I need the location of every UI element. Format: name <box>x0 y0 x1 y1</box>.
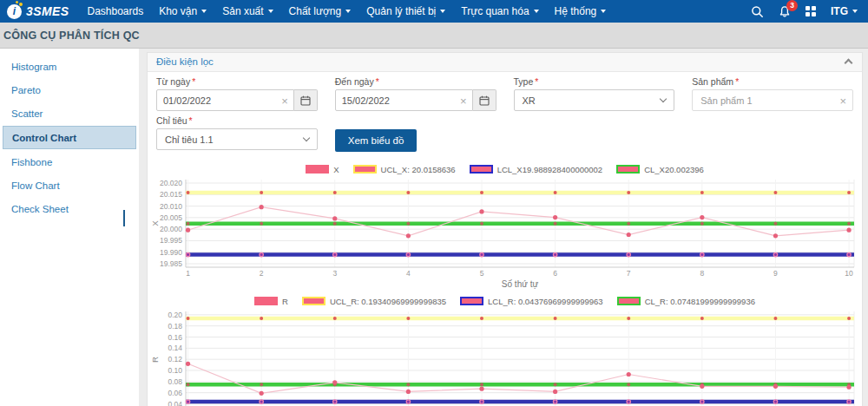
chevron-down-icon <box>601 10 606 13</box>
legend-label: CL_R: 0.07481999999999936 <box>645 297 755 306</box>
type-select-value: XR <box>523 95 536 106</box>
from-date-input[interactable] <box>156 89 294 111</box>
legend-swatch-icon <box>302 297 326 305</box>
from-date-field: Từ ngày* × <box>156 76 318 111</box>
svg-text:3: 3 <box>332 269 337 278</box>
r-chart-plot: 0.040.060.080.100.120.140.160.180.201234… <box>151 307 859 406</box>
legend-item[interactable]: X <box>306 165 339 174</box>
navbar-right: 3 ITG <box>751 5 858 18</box>
page-title: CÔNG CỤ PHÂN TÍCH QC <box>3 29 140 42</box>
legend-label: UCL_X: 20.0158636 <box>381 165 456 174</box>
svg-text:2: 2 <box>260 269 264 278</box>
nav-item-label: Chất lượng <box>289 5 342 17</box>
x-bar-chart-plot: 19.98519.99019.99520.00020.00520.01020.0… <box>151 175 859 290</box>
legend-item[interactable]: UCL_R: 0.19340969999999835 <box>302 297 446 306</box>
svg-text:0.08: 0.08 <box>168 377 182 386</box>
legend-swatch-icon <box>617 297 641 305</box>
sidebar-item-scatter[interactable]: Scatter <box>0 102 139 125</box>
chevron-down-icon <box>534 10 539 13</box>
required-mark: * <box>192 76 195 87</box>
clear-icon[interactable]: × <box>839 95 846 106</box>
to-date-input[interactable] <box>335 89 473 111</box>
svg-text:0.12: 0.12 <box>168 355 182 363</box>
legend-swatch-icon <box>353 165 377 174</box>
svg-text:0.18: 0.18 <box>168 322 182 331</box>
sidebar-item-check-sheet[interactable]: Check Sheet <box>0 197 139 220</box>
svg-text:0.16: 0.16 <box>168 333 182 342</box>
clear-icon[interactable]: × <box>460 95 467 106</box>
nav-item-label: Kho vận <box>159 5 197 17</box>
nav-item-dashboards[interactable]: Dashboards <box>79 0 151 23</box>
filter-panel-title: Điều kiện lọc <box>156 56 214 67</box>
legend-item[interactable]: UCL_X: 20.0158636 <box>353 165 456 174</box>
sidebar-item-pareto[interactable]: Pareto <box>0 78 139 102</box>
svg-text:0.20: 0.20 <box>168 311 182 319</box>
criteria-select[interactable]: Chỉ tiêu 1.1 <box>156 128 318 150</box>
product-field: Sản phẩm* Sản phẩm 1 × <box>692 76 853 111</box>
nav-item-san-xuat[interactable]: Sản xuất <box>214 0 280 23</box>
legend-swatch-icon <box>460 297 483 305</box>
view-chart-button[interactable]: Xem biểu đồ <box>335 129 418 152</box>
notification-badge: 3 <box>786 0 798 11</box>
chevron-down-icon <box>268 10 273 13</box>
filter-form: Từ ngày* × Đến ngày* <box>148 72 862 160</box>
sidebar-item-histogram[interactable]: Histogram <box>0 55 139 78</box>
filter-panel-header: Điều kiện lọc <box>148 53 862 72</box>
notifications-bell-icon[interactable]: 3 <box>779 5 791 18</box>
svg-text:19.990: 19.990 <box>160 248 182 257</box>
app-logo[interactable]: i 3SMES <box>7 4 69 19</box>
apps-grid-icon[interactable] <box>806 6 816 16</box>
legend-item[interactable]: CL_X20.002396 <box>616 165 704 174</box>
calendar-icon[interactable] <box>294 89 318 111</box>
charts-area: XUCL_X: 20.0158636LCL_X19.98892840000000… <box>148 160 862 406</box>
collapse-panel-icon[interactable] <box>845 59 853 68</box>
nav-item-chat-luong[interactable]: Chất lượng <box>281 0 359 23</box>
sidebar-item-fishbone[interactable]: Fishbone <box>0 150 139 174</box>
brand-name: 3SMES <box>26 4 69 18</box>
svg-text:0.04: 0.04 <box>168 400 182 406</box>
logo-icon: i <box>7 4 22 19</box>
svg-text:10: 10 <box>845 269 853 278</box>
legend-item[interactable]: LCL_X19.988928400000002 <box>470 165 603 174</box>
svg-text:R: R <box>151 357 160 363</box>
from-date-label: Từ ngày <box>156 76 190 87</box>
svg-text:8: 8 <box>700 269 704 278</box>
sidebar-item-control-chart[interactable]: Control Chart <box>3 126 136 149</box>
r-chart: RUCL_R: 0.19340969999999835LCL_R: 0.0437… <box>151 295 858 406</box>
legend-label: LCL_R: 0.04376969999999963 <box>488 297 603 306</box>
legend-label: CL_X20.002396 <box>644 165 704 174</box>
calendar-icon[interactable] <box>473 89 496 111</box>
svg-text:9: 9 <box>773 269 778 278</box>
legend-swatch-icon <box>616 165 640 174</box>
svg-text:7: 7 <box>627 269 631 278</box>
clear-icon[interactable]: × <box>281 95 288 106</box>
nav-item-truc-quan-hoa[interactable]: Trực quan hóa <box>453 0 546 23</box>
type-label: Type <box>514 76 534 87</box>
chevron-down-icon <box>440 10 445 13</box>
nav-item-quan-ly-thiet-bi[interactable]: Quản lý thiết bị <box>358 0 453 23</box>
product-select[interactable]: Sản phẩm 1 × <box>692 89 853 111</box>
sidebar-item-flow-chart[interactable]: Flow Chart <box>0 174 139 197</box>
type-select[interactable]: XR <box>514 89 675 111</box>
svg-text:20.005: 20.005 <box>160 213 182 222</box>
nav-item-he-thong[interactable]: Hệ thống <box>547 0 615 23</box>
user-menu[interactable]: ITG <box>831 5 858 17</box>
required-mark: * <box>735 76 739 87</box>
svg-text:X: X <box>151 220 160 226</box>
svg-text:Số thứ tự: Số thứ tự <box>502 279 539 289</box>
nav-item-label: Quản lý thiết bị <box>366 5 436 17</box>
svg-text:6: 6 <box>553 269 557 278</box>
x-bar-chart: XUCL_X: 20.0158636LCL_X19.98892840000000… <box>151 163 858 293</box>
legend-item[interactable]: CL_R: 0.07481999999999936 <box>617 297 755 306</box>
legend-swatch-icon <box>254 297 278 305</box>
nav-item-kho-van[interactable]: Kho vận <box>151 0 214 23</box>
legend-item[interactable]: LCL_R: 0.04376969999999963 <box>460 297 603 306</box>
svg-text:1: 1 <box>186 269 190 278</box>
required-mark: * <box>189 115 193 126</box>
criteria-label: Chỉ tiêu <box>156 115 187 126</box>
chevron-down-icon <box>201 10 207 13</box>
nav-item-label: Hệ thống <box>555 5 597 17</box>
sidebar-collapse-icon[interactable] <box>121 210 131 220</box>
search-icon[interactable] <box>751 5 764 18</box>
legend-item[interactable]: R <box>254 297 288 306</box>
